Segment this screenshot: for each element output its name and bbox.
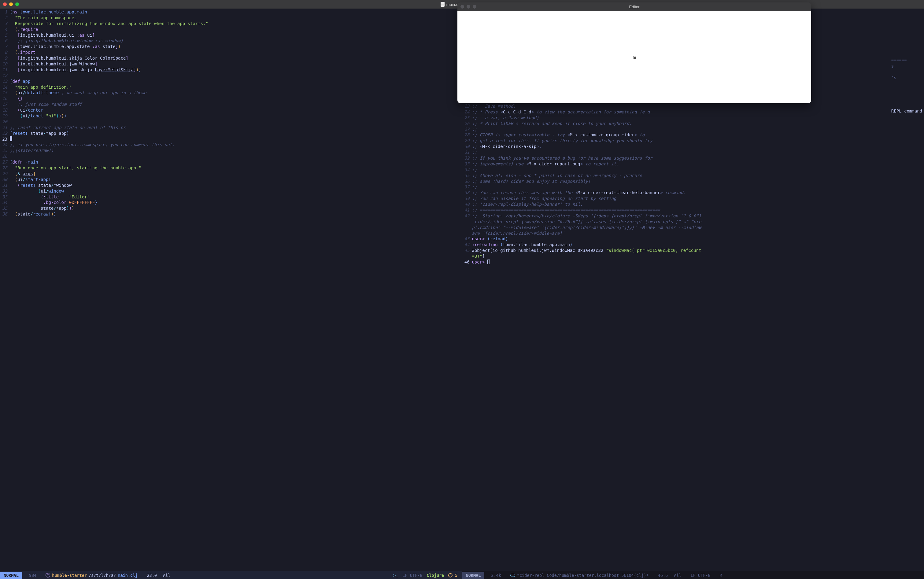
code-content[interactable]: ;; 'cider-repl-display-help-banner' to n… (472, 201, 924, 207)
code-line[interactable]: 10 [io.github.humbleui.jwm Window] (0, 61, 462, 67)
code-line[interactable]: 38;; You can remove this message with th… (462, 190, 924, 196)
code-content[interactable]: [io.github.humbleui.ui :as ui] (10, 33, 462, 38)
code-line[interactable]: 35 state/*app))) (0, 205, 462, 211)
code-line[interactable]: 19 (ui/label "hi")))) (0, 113, 462, 119)
code-content[interactable]: ;; get a feel for this. If you're thirst… (472, 138, 924, 144)
code-line[interactable]: 28 "Run once on app start, starting the … (0, 165, 462, 171)
code-line[interactable]: 33;; improvements) use <M-x cider-report… (462, 161, 924, 167)
maximize-icon[interactable] (15, 2, 19, 6)
code-line[interactable]: 24;; * Press <C-c C-d C-d> to view the d… (462, 109, 924, 115)
code-line[interactable]: 12 (0, 73, 462, 79)
code-content[interactable] (10, 73, 462, 79)
code-line[interactable]: 6 ;; [io.github.humbleui.window :as wind… (0, 38, 462, 44)
code-content[interactable]: ;; (472, 184, 924, 190)
code-content[interactable]: ;;(state/redraw!) (10, 148, 462, 154)
left-editor[interactable]: 1(ns town.lilac.humble.app.main2 "The ma… (0, 8, 462, 571)
code-line[interactable]: 15 (ui/default-theme ; we must wrap our … (0, 90, 462, 96)
code-line[interactable]: 11 [io.github.humbleui.jwm.skija LayerMe… (0, 67, 462, 73)
code-content[interactable]: ;; CIDER is super customizable - try <M-… (472, 132, 924, 138)
code-line[interactable]: 18 (ui/center (0, 107, 462, 113)
code-line[interactable]: 46user> (462, 259, 924, 265)
diagnostics[interactable]: 5 (448, 573, 458, 578)
code-line[interactable]: 32;; If you think you've encountered a b… (462, 155, 924, 161)
code-content[interactable]: ;; reset current app state on eval of th… (10, 125, 462, 131)
code-line[interactable]: 20 (0, 119, 462, 125)
code-content[interactable]: {} (10, 96, 462, 101)
code-line[interactable]: 45#object[io.github.humbleui.jwm.WindowM… (462, 248, 924, 254)
code-line[interactable]: 25;; a var, a Java method) (462, 115, 924, 121)
code-content[interactable]: (:import (10, 49, 462, 55)
code-line[interactable]: 44:reloading (town.lilac.humble.app.main… (462, 242, 924, 248)
code-content[interactable]: are '[cider.nrepl/cider-middleware]' (472, 231, 924, 236)
code-content[interactable]: ;; (472, 127, 924, 132)
code-line[interactable]: 40;; 'cider-repl-display-help-banner' to… (462, 201, 924, 207)
code-line[interactable]: 26;; * Print CIDER's refcard and keep it… (462, 121, 924, 127)
code-content[interactable]: (defn -main (10, 159, 462, 165)
code-content[interactable]: (ui/default-theme ; we must wrap our app… (10, 90, 462, 96)
code-line[interactable]: are '[cider.nrepl/cider-middleware]' (462, 231, 924, 236)
code-content[interactable]: (:require (10, 26, 462, 33)
code-line[interactable]: 31 (reset! state/*window (0, 183, 462, 188)
maximize-icon[interactable] (473, 5, 476, 8)
code-content[interactable]: ;; =====================================… (472, 207, 924, 213)
code-content[interactable]: ;; just some random stuff (10, 101, 462, 107)
code-content[interactable]: (reset! state/*app app) (10, 131, 462, 136)
code-line[interactable]: 17 ;; just some random stuff (0, 101, 462, 107)
code-content[interactable]: (state/redraw!)) (10, 211, 462, 217)
code-line[interactable]: 31;; (462, 149, 924, 155)
code-content[interactable]: #object[io.github.humbleui.jwm.WindowMac… (472, 248, 924, 254)
code-line[interactable]: 30;; <M-x cider-drink-a-sip>. (462, 144, 924, 149)
code-line[interactable]: 9 [io.github.humbleui.skija Color ColorS… (0, 55, 462, 61)
code-content[interactable]: ;; If you think you've encountered a bug… (472, 155, 924, 161)
code-content[interactable]: "The main app namespace. (10, 15, 462, 21)
code-line[interactable]: 27(defn -main (0, 159, 462, 165)
code-line[interactable]: cider/cider-nrepl {:mvn/version "0.28.6"… (462, 219, 924, 225)
code-line[interactable]: 25;;(state/redraw!) (0, 148, 462, 154)
code-content[interactable]: "Run once on app start, starting the hum… (10, 165, 462, 171)
code-content[interactable]: {:title "Editor" (10, 194, 462, 200)
close-icon[interactable] (3, 2, 7, 6)
code-content[interactable]: (def app (10, 79, 462, 84)
code-line[interactable]: 34;; (462, 167, 924, 173)
code-content[interactable]: "Main app definition." (10, 84, 462, 90)
code-line[interactable]: 36;; some (hard) cider and enjoy it resp… (462, 178, 924, 184)
code-content[interactable]: ;; * Print CIDER's refcard and keep it c… (472, 121, 924, 127)
code-line[interactable]: 3 Responsible for initializing the windo… (0, 21, 462, 26)
code-line[interactable]: 29;; get a feel for this. If you're thir… (462, 138, 924, 144)
code-content[interactable]: ;; improvements) use <M-x cider-report-b… (472, 161, 924, 167)
code-line[interactable]: =3)"] (462, 254, 924, 259)
minimize-icon[interactable] (9, 2, 13, 6)
code-content[interactable]: ;; You can remove this message with the … (472, 190, 924, 196)
code-line[interactable]: 1(ns town.lilac.humble.app.main (0, 9, 462, 15)
code-line[interactable]: 43user> (reload) (462, 236, 924, 242)
code-content[interactable]: ;; Java method) (472, 103, 924, 109)
code-content[interactable]: cider/cider-nrepl {:mvn/version "0.28.6"… (472, 219, 924, 225)
code-line[interactable]: 41;; ===================================… (462, 207, 924, 213)
code-line[interactable]: 13(def app (0, 79, 462, 84)
code-line[interactable]: 36 (state/redraw!)) (0, 211, 462, 217)
code-line[interactable]: 28;; CIDER is super customizable - try <… (462, 132, 924, 138)
code-line[interactable]: 34 :bg-color 0xFFFFFFFF} (0, 200, 462, 205)
code-line[interactable]: 23 (0, 136, 462, 142)
code-content[interactable]: (ui/label "hi")))) (10, 113, 462, 119)
code-content[interactable]: :reloading (town.lilac.humble.app.main) (472, 242, 924, 248)
code-content[interactable]: [& args] (10, 171, 462, 177)
code-content[interactable]: [io.github.humbleui.skija Color ColorSpa… (10, 55, 462, 61)
code-content[interactable]: ;; (472, 167, 924, 173)
code-line[interactable]: 39;; You can disable it from appearing o… (462, 196, 924, 201)
code-line[interactable]: 26 (0, 154, 462, 159)
code-line[interactable]: 42;; Startup: /opt/homebrew/bin/clojure … (462, 213, 924, 219)
code-line[interactable]: pl.cmdline" "--middleware" "[cider.nrepl… (462, 225, 924, 231)
code-content[interactable]: ;; (472, 149, 924, 155)
app-output-window[interactable]: Editor hi (458, 2, 811, 103)
code-content[interactable]: user> (472, 259, 924, 265)
code-line[interactable]: 37;; (462, 184, 924, 190)
code-line[interactable]: 32 (ui/window (0, 188, 462, 194)
code-line[interactable]: 8 (:import (0, 49, 462, 55)
code-content[interactable] (10, 154, 462, 159)
code-content[interactable]: (ui/center (10, 107, 462, 113)
code-content[interactable]: pl.cmdline" "--middleware" "[cider.nrepl… (472, 225, 924, 231)
code-content[interactable]: ;; You can disable it from appearing on … (472, 196, 924, 201)
code-content[interactable]: (reset! state/*window (10, 183, 462, 188)
minimize-icon[interactable] (466, 5, 470, 8)
